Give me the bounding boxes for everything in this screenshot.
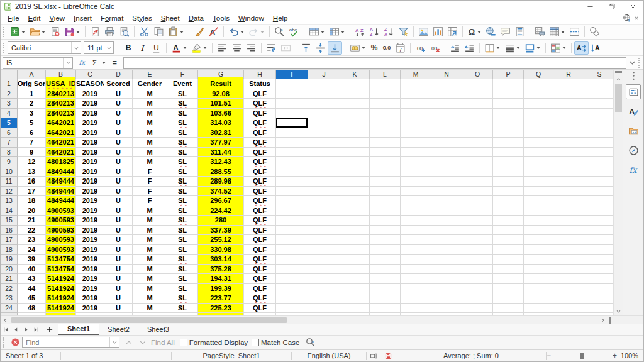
cell-A22[interactable]: 44: [18, 284, 46, 294]
cell-Q22[interactable]: [524, 284, 553, 294]
cell-R24[interactable]: [553, 304, 584, 314]
cell-K23[interactable]: [340, 293, 370, 304]
cell-K10[interactable]: [340, 167, 370, 177]
align-left-button[interactable]: [215, 41, 230, 55]
scroll-down-arrow[interactable]: [614, 307, 623, 315]
zoom-in-button[interactable]: +: [613, 353, 617, 359]
row-header-22[interactable]: 22: [1, 284, 18, 294]
cell-F16[interactable]: SL: [167, 226, 198, 236]
cell-R7[interactable]: [553, 138, 584, 148]
cell-Q12[interactable]: [524, 187, 553, 197]
cell-M25[interactable]: [401, 313, 431, 315]
menu-tools[interactable]: Tools: [208, 14, 234, 23]
cell-L18[interactable]: [370, 245, 401, 255]
add-sheet-button[interactable]: [43, 324, 56, 335]
special-character-button[interactable]: Ω: [465, 25, 484, 38]
cell-G1[interactable]: Result: [198, 79, 244, 89]
selection-statistics[interactable]: Average: ; Sum: 0: [396, 350, 546, 361]
row-header-8[interactable]: 8: [1, 148, 18, 158]
cell-J8[interactable]: [308, 148, 340, 158]
border-style-button[interactable]: [502, 41, 523, 55]
row-header-23[interactable]: 23: [1, 293, 18, 304]
cell-S7[interactable]: [584, 138, 613, 148]
cell-L11[interactable]: [370, 177, 401, 187]
row-header-24[interactable]: 24: [1, 304, 18, 314]
row-header-11[interactable]: 11: [1, 177, 18, 187]
row-header-2[interactable]: 2: [1, 89, 18, 99]
cell-D10[interactable]: U: [104, 167, 133, 177]
cell-M18[interactable]: [401, 245, 431, 255]
cell-S16[interactable]: [584, 226, 613, 236]
cell-A23[interactable]: 45: [18, 293, 46, 304]
column-header-H[interactable]: H: [244, 70, 276, 79]
print-button[interactable]: [103, 25, 117, 38]
zoom-level[interactable]: 100%: [617, 350, 643, 361]
sort-descending-button[interactable]: ZA: [382, 25, 396, 38]
minimize-button[interactable]: [579, 1, 601, 12]
cell-J19[interactable]: [308, 255, 340, 265]
cell-Q25[interactable]: [524, 313, 553, 315]
find-input[interactable]: [23, 339, 109, 346]
cell-D1[interactable]: Scored: [104, 79, 133, 89]
cell-B13[interactable]: 4849444: [46, 196, 76, 206]
cell-M24[interactable]: [401, 304, 431, 314]
cell-K22[interactable]: [340, 284, 370, 294]
cell-A11[interactable]: 16: [18, 177, 46, 187]
cell-M13[interactable]: [401, 196, 431, 206]
cell-C14[interactable]: 2019: [76, 206, 104, 216]
menu-format[interactable]: Format: [96, 14, 128, 23]
column-header-N[interactable]: N: [431, 70, 462, 79]
row-header-6[interactable]: 6: [1, 128, 18, 138]
cell-Q6[interactable]: [524, 128, 553, 138]
cell-D23[interactable]: U: [104, 293, 133, 304]
cell-K17[interactable]: [340, 235, 370, 245]
horizontal-scroll-thumb[interactable]: [11, 317, 287, 323]
percent-button[interactable]: %: [368, 41, 380, 55]
sheet-tab-sheet1[interactable]: Sheet1: [58, 324, 99, 335]
date-format-button[interactable]: 7: [393, 41, 408, 55]
cell-A16[interactable]: 22: [18, 226, 46, 236]
cell-A13[interactable]: 18: [18, 196, 46, 206]
cell-O9[interactable]: [462, 157, 493, 167]
cell-F22[interactable]: SL: [167, 284, 198, 294]
cell-D22[interactable]: U: [104, 284, 133, 294]
cell-L24[interactable]: [370, 304, 401, 314]
cell-F18[interactable]: SL: [167, 245, 198, 255]
cell-G21[interactable]: 194.31: [198, 274, 244, 284]
cell-E18[interactable]: M: [133, 245, 167, 255]
cell-O8[interactable]: [462, 148, 493, 158]
cell-F21[interactable]: SL: [167, 274, 198, 284]
formula-input[interactable]: [123, 57, 626, 69]
cell-E9[interactable]: M: [133, 157, 167, 167]
cell-J23[interactable]: [308, 293, 340, 304]
close-find-bar-button[interactable]: [8, 337, 22, 347]
bold-button[interactable]: B: [122, 41, 135, 55]
cell-O1[interactable]: [462, 79, 493, 89]
menu-view[interactable]: View: [45, 14, 69, 23]
cell-N8[interactable]: [431, 148, 462, 158]
font-name-combobox[interactable]: Calibri: [8, 41, 81, 54]
cell-O4[interactable]: [462, 109, 493, 119]
vertical-scroll-thumb[interactable]: [615, 84, 622, 112]
cell-I1[interactable]: [276, 79, 308, 89]
cell-E15[interactable]: M: [133, 216, 167, 226]
cell-A25[interactable]: 50: [18, 313, 46, 315]
cell-L16[interactable]: [370, 226, 401, 236]
cell-K1[interactable]: [340, 79, 370, 89]
cell-S5[interactable]: [584, 118, 613, 128]
border-color-button[interactable]: [523, 41, 543, 55]
cell-R1[interactable]: [553, 79, 584, 89]
cell-J18[interactable]: [308, 245, 340, 255]
cell-I5[interactable]: [276, 118, 308, 128]
cell-J7[interactable]: [308, 138, 340, 148]
menu-data[interactable]: Data: [184, 14, 208, 23]
cell-S6[interactable]: [584, 128, 613, 138]
cell-J6[interactable]: [308, 128, 340, 138]
cell-F9[interactable]: SL: [167, 157, 198, 167]
insert-hyperlink-button[interactable]: [484, 25, 498, 38]
cell-P10[interactable]: [493, 167, 524, 177]
cell-K16[interactable]: [340, 226, 370, 236]
vertical-split-handle[interactable]: [615, 71, 622, 73]
cell-M9[interactable]: [401, 157, 431, 167]
column-header-L[interactable]: L: [370, 70, 401, 79]
